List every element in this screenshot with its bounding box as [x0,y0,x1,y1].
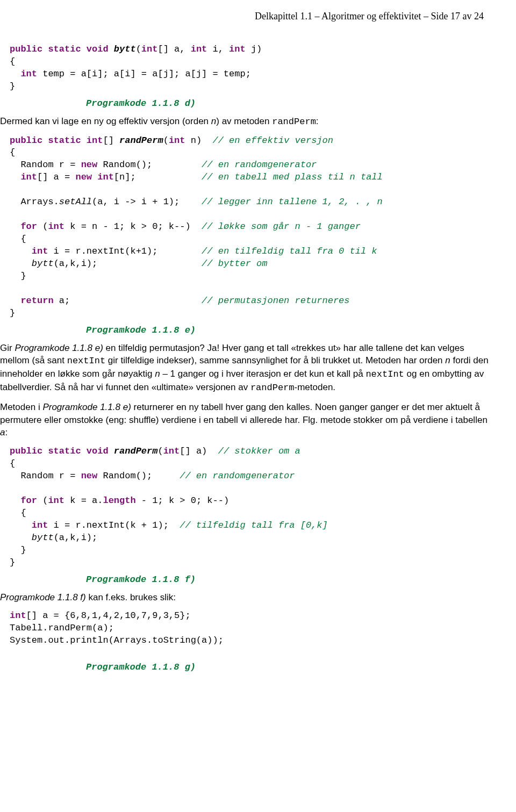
paragraph-1: Dermed kan vi lage en ny og effektiv ver… [0,115,489,128]
code-block-d: public static void bytt(int[] a, int i, … [10,44,489,93]
page-header: Delkapittel 1.1 – Algoritmer og effektiv… [0,11,489,22]
programkode-label-d: Programkode 1.1.8 d) [86,98,489,109]
code-block-e: public static int[] randPerm(int n) // e… [10,135,489,320]
programkode-label-f: Programkode 1.1.8 f) [86,574,489,585]
paragraph-4: Programkode 1.1.8 f) kan f.eks. brukes s… [0,591,489,604]
programkode-label-e: Programkode 1.1.8 e) [86,325,489,335]
code-block-g: int[] a = {6,8,1,4,2,10,7,9,3,5}; Tabell… [10,610,489,647]
programkode-label-g: Programkode 1.1.8 g) [86,662,489,672]
paragraph-3: Metoden i Programkode 1.1.8 e) returnere… [0,401,489,439]
paragraph-2: Gir Programkode 1.1.8 e) en tilfeldig pe… [0,342,489,394]
document-page: Delkapittel 1.1 – Algoritmer og effektiv… [0,0,516,694]
code-block-f: public static void randPerm(int[] a) // … [10,445,489,569]
